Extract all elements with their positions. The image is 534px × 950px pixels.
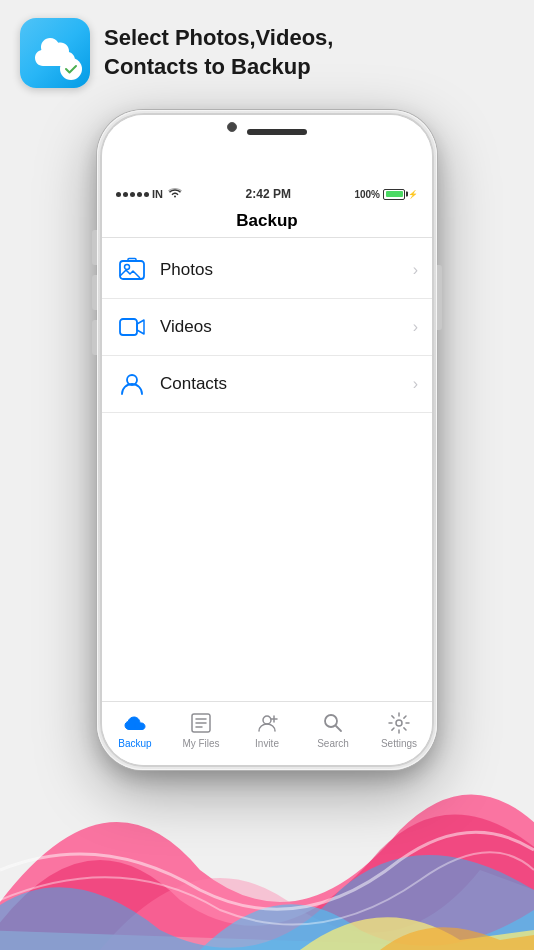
front-camera bbox=[227, 122, 237, 132]
svg-rect-3 bbox=[120, 319, 137, 335]
contacts-label: Contacts bbox=[160, 374, 413, 394]
tab-search[interactable]: Search bbox=[300, 708, 366, 751]
videos-label: Videos bbox=[160, 317, 413, 337]
contacts-menu-item[interactable]: Contacts › bbox=[102, 356, 432, 413]
phone-top-bar bbox=[102, 115, 432, 183]
wifi-icon bbox=[168, 188, 182, 201]
charging-icon: ⚡ bbox=[408, 190, 418, 199]
status-bar: IN 2:42 PM 100% bbox=[102, 183, 432, 203]
app-title-block: Select Photos,Videos, Contacts to Backup bbox=[104, 24, 333, 81]
app-icon bbox=[20, 18, 90, 88]
search-tab-label: Search bbox=[317, 738, 349, 749]
camera-row bbox=[227, 119, 307, 135]
svg-point-6 bbox=[263, 716, 271, 724]
backup-tab-icon bbox=[122, 710, 148, 736]
photos-chevron: › bbox=[413, 261, 418, 279]
tab-settings[interactable]: Settings bbox=[366, 708, 432, 751]
signal-dot-1 bbox=[116, 192, 121, 197]
tab-bar: Backup My Files bbox=[102, 701, 432, 765]
battery-icon bbox=[383, 189, 405, 200]
videos-icon bbox=[116, 311, 148, 343]
signal-dot-2 bbox=[123, 192, 128, 197]
phone-screen: IN 2:42 PM 100% bbox=[102, 115, 432, 765]
invite-tab-label: Invite bbox=[255, 738, 279, 749]
carrier-label: IN bbox=[152, 188, 163, 200]
battery-percent: 100% bbox=[354, 189, 380, 200]
invite-tab-icon bbox=[254, 710, 280, 736]
settings-tab-icon bbox=[386, 710, 412, 736]
status-time: 2:42 PM bbox=[246, 187, 291, 201]
app-title-line2: Contacts to Backup bbox=[104, 53, 333, 82]
menu-list: Photos › Videos › bbox=[102, 242, 432, 413]
myfiles-tab-icon bbox=[188, 710, 214, 736]
myfiles-tab-label: My Files bbox=[182, 738, 219, 749]
videos-menu-item[interactable]: Videos › bbox=[102, 299, 432, 356]
svg-point-1 bbox=[125, 265, 130, 270]
signal-strength bbox=[116, 192, 149, 197]
search-tab-icon bbox=[320, 710, 346, 736]
app-header: Select Photos,Videos, Contacts to Backup bbox=[20, 18, 333, 88]
photos-label: Photos bbox=[160, 260, 413, 280]
photos-menu-item[interactable]: Photos › bbox=[102, 242, 432, 299]
tab-backup[interactable]: Backup bbox=[102, 708, 168, 751]
speaker bbox=[247, 129, 307, 135]
battery-fill bbox=[386, 191, 403, 197]
svg-point-8 bbox=[396, 720, 402, 726]
backup-tab-label: Backup bbox=[118, 738, 151, 749]
contacts-chevron: › bbox=[413, 375, 418, 393]
phone-inner: IN 2:42 PM 100% bbox=[100, 113, 434, 767]
tab-myfiles[interactable]: My Files bbox=[168, 708, 234, 751]
status-left: IN bbox=[116, 188, 182, 201]
phone-frame: IN 2:42 PM 100% bbox=[97, 110, 437, 770]
videos-chevron: › bbox=[413, 318, 418, 336]
signal-dot-4 bbox=[137, 192, 142, 197]
phone-outer: IN 2:42 PM 100% bbox=[97, 110, 437, 770]
settings-tab-label: Settings bbox=[381, 738, 417, 749]
battery-outline bbox=[383, 189, 405, 200]
contacts-icon bbox=[116, 368, 148, 400]
photos-icon bbox=[116, 254, 148, 286]
nav-title: Backup bbox=[236, 211, 297, 230]
signal-dot-3 bbox=[130, 192, 135, 197]
svg-rect-0 bbox=[120, 261, 144, 279]
check-badge bbox=[60, 58, 82, 80]
app-title-line1: Select Photos,Videos, bbox=[104, 24, 333, 53]
status-right: 100% ⚡ bbox=[354, 189, 418, 200]
svg-point-7 bbox=[325, 715, 337, 727]
tab-invite[interactable]: Invite bbox=[234, 708, 300, 751]
signal-dot-5 bbox=[144, 192, 149, 197]
navigation-bar: Backup bbox=[102, 203, 432, 238]
